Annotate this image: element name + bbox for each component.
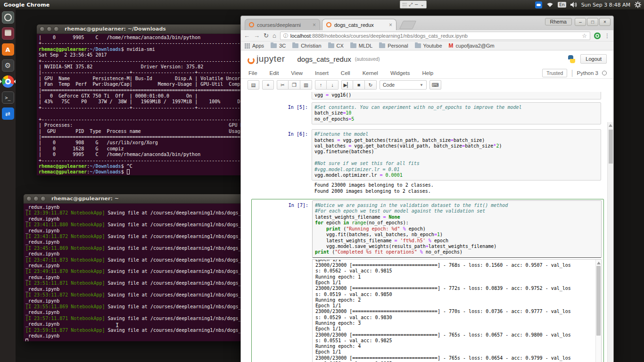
notebook-cell[interactable]: In [5]:#Set constants. You can experimen…: [241, 102, 613, 124]
menu-view[interactable]: View: [291, 70, 303, 76]
terminal-titlebar[interactable]: rhemac@gpulearner: ~: [24, 194, 259, 204]
output-scrollbar[interactable]: [595, 260, 601, 362]
launcher-item-dash[interactable]: [0, 9, 16, 25]
code-line: val_batches = vgg.get_batches(valid_path…: [314, 143, 598, 149]
launcher-item-terminal[interactable]: [0, 90, 16, 106]
teamviewer-session-widget[interactable]: ⤢ − ⌄: [400, 0, 427, 8]
terminal-window-home[interactable]: rhemac@gpulearner: ~ _redux.ipynb[I 23:3…: [24, 194, 259, 341]
folder-icon: [379, 43, 385, 48]
add-cell-button[interactable]: +: [262, 80, 274, 90]
url-text[interactable]: localhost:8888/notebooks/courses/deeplea…: [290, 33, 579, 39]
scroll-up-arrow[interactable]: [597, 262, 601, 264]
bookmark-star-icon[interactable]: ☆: [582, 33, 587, 39]
stop-button[interactable]: ■: [353, 80, 365, 90]
run-button[interactable]: ▶▏: [341, 80, 353, 90]
resize-icon[interactable]: ⤢: [409, 2, 413, 7]
bookmark-cx[interactable]: CX: [328, 43, 344, 49]
tab-close-icon[interactable]: ×: [313, 23, 316, 27]
new-tab-button[interactable]: [399, 21, 416, 29]
cell-input[interactable]: vgg = vgg16(): [312, 92, 601, 99]
bookmark-youtube[interactable]: Youtube: [415, 43, 442, 49]
launcher-item-ubuntu-software[interactable]: [0, 41, 16, 58]
back-button[interactable]: ←: [244, 32, 250, 39]
bookmark-christian[interactable]: Christian: [292, 43, 321, 49]
extension-icon[interactable]: [594, 33, 601, 39]
browser-tab-1[interactable]: courses/deeplearni×: [245, 19, 320, 30]
copy-button[interactable]: ❐: [289, 80, 300, 90]
browser-menu-icon[interactable]: ⋮: [604, 33, 611, 39]
bookmark-apps[interactable]: Apps: [245, 43, 264, 49]
move-down-button[interactable]: ↓: [327, 80, 339, 90]
forward-button[interactable]: →: [254, 32, 260, 39]
keyboard-layout-indicator[interactable]: En: [558, 2, 566, 8]
drag-grid-icon[interactable]: [402, 2, 407, 7]
restart-button[interactable]: ↻: [365, 80, 377, 90]
maximize-button[interactable]: □: [587, 18, 598, 26]
notebook-cell[interactable]: In [7]:#Notice we are passing in the val…: [252, 200, 603, 258]
terminal-output[interactable]: | 0 9905 C /home/rhemac/anaconda3/bin/py…: [37, 34, 271, 175]
tab-close-icon[interactable]: ×: [389, 23, 392, 27]
address-bar[interactable]: ⓘ localhost:8888/notebooks/courses/deepl…: [280, 32, 590, 40]
close-button[interactable]: [40, 26, 45, 32]
save-button[interactable]: ▤: [248, 80, 259, 90]
cell-input[interactable]: #Notice we are passing in the validation…: [312, 200, 602, 258]
trusted-badge[interactable]: Trusted: [542, 69, 567, 77]
menu-file[interactable]: File: [248, 70, 257, 76]
cell-type-dropdown[interactable]: Code▼: [380, 80, 427, 90]
launcher-item-system-settings[interactable]: [0, 58, 16, 74]
bookmark-cupofjava2-gm[interactable]: Mcupofjava2@Gm: [449, 42, 495, 49]
bookmark-3c[interactable]: 3C: [271, 43, 286, 49]
terminal-line: |-------------------------------+-------…: [39, 70, 269, 75]
cut-button[interactable]: ✂: [277, 80, 289, 90]
menu-kernel[interactable]: Kernel: [363, 70, 378, 76]
maximize-button[interactable]: [54, 26, 59, 32]
move-up-button[interactable]: ↑: [315, 80, 327, 90]
menu-cell[interactable]: Cell: [341, 70, 350, 76]
wifi-icon[interactable]: [546, 2, 553, 8]
teamviewer-tray-icon[interactable]: [535, 1, 542, 8]
minimize-button[interactable]: –: [575, 18, 586, 26]
reload-button[interactable]: ↻: [264, 32, 269, 39]
minimize-button[interactable]: [47, 26, 52, 32]
chevron-down-icon[interactable]: ⌄: [420, 2, 424, 7]
keyboard-button[interactable]: ⌨: [429, 80, 441, 90]
terminal-titlebar[interactable]: rhemac@gpulearner: ~/Downloads: [37, 25, 271, 34]
scroll-up-arrow[interactable]: [609, 124, 612, 127]
minimize-icon[interactable]: −: [414, 2, 418, 7]
session-gear-icon[interactable]: [635, 1, 641, 8]
minimize-button[interactable]: [33, 196, 39, 201]
launcher-item-files[interactable]: [0, 25, 16, 41]
close-button[interactable]: ×: [599, 18, 611, 26]
launcher-item-teamviewer[interactable]: [0, 106, 16, 122]
page-scrollbar[interactable]: [607, 122, 613, 362]
logout-button[interactable]: Logout: [580, 54, 607, 64]
clock[interactable]: Sun Sep 3 8:48 AM: [581, 2, 630, 8]
bookmark-mldl[interactable]: MLDL: [350, 43, 372, 49]
maximize-button[interactable]: [41, 196, 46, 201]
terminal-output[interactable]: _redux.ipynb[I 23:39:11.872 NotebookApp]…: [24, 204, 259, 341]
terminal-window-downloads[interactable]: rhemac@gpulearner: ~/Downloads | 0 9905 …: [37, 25, 271, 175]
page-info-icon[interactable]: ⓘ: [283, 33, 288, 39]
cell-input[interactable]: #Set constants. You can experiment with …: [312, 102, 601, 124]
profile-button[interactable]: Rhema: [545, 18, 572, 25]
scrolled-output-box[interactable]: Epoch 1/123000/23000 [==================…: [312, 259, 602, 362]
paste-button[interactable]: ▥: [300, 80, 312, 90]
scrollbar-thumb[interactable]: [596, 266, 601, 336]
browser-tab-2[interactable]: dogs_cats_redux×: [322, 19, 396, 30]
menu-widgets[interactable]: Widgets: [390, 70, 410, 76]
menu-edit[interactable]: Edit: [270, 70, 279, 76]
scrollbar-thumb[interactable]: [609, 130, 613, 164]
selected-cell[interactable]: In [7]:#Notice we are passing in the val…: [251, 199, 604, 362]
notebook-cell[interactable]: vgg = vgg16(): [241, 92, 613, 99]
cell-input[interactable]: #Finetune the modelbatches = vgg.get_bat…: [312, 129, 601, 181]
menu-help[interactable]: Help: [422, 70, 433, 76]
bookmark-personal[interactable]: Personal: [379, 43, 408, 49]
close-button[interactable]: [26, 196, 32, 201]
menu-insert[interactable]: Insert: [315, 70, 329, 76]
home-button[interactable]: ⌂: [272, 32, 276, 39]
jupyter-logo[interactable]: jupyter: [248, 54, 285, 64]
notebook-title[interactable]: dogs_cats_redux: [297, 55, 351, 63]
launcher-item-google-chrome[interactable]: [0, 74, 16, 90]
notebook-cell[interactable]: In [6]:#Finetune the modelbatches = vgg.…: [241, 129, 613, 181]
volume-icon[interactable]: [570, 2, 577, 8]
